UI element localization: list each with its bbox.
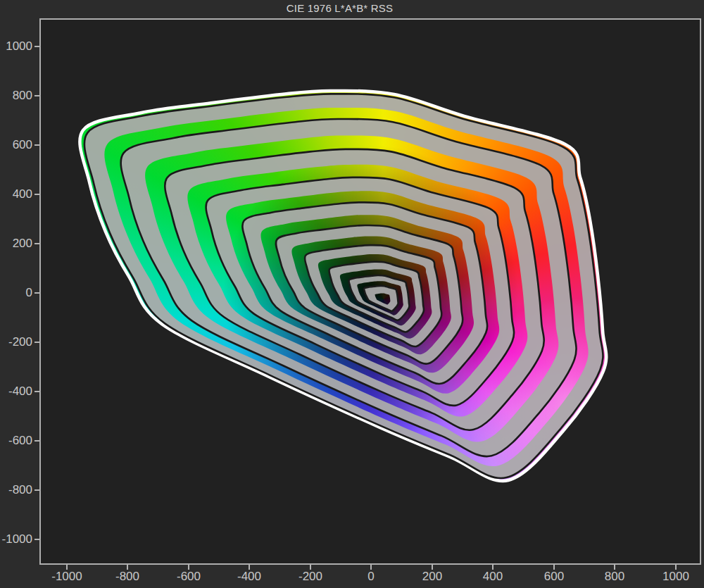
x-tick-mark (432, 565, 433, 570)
gamut-svg (41, 20, 700, 563)
x-tick-mark (492, 565, 494, 570)
y-tick-label: -600 (0, 434, 32, 448)
x-tick-label: 0 (339, 570, 403, 584)
y-tick-mark (34, 489, 39, 491)
x-tick-label: -1000 (35, 570, 99, 584)
x-tick-mark (310, 565, 311, 570)
y-tick-mark (34, 144, 39, 146)
y-tick-mark (34, 292, 39, 294)
x-tick-label: -600 (157, 570, 220, 584)
x-tick-mark (249, 565, 250, 570)
y-tick-label: -400 (0, 384, 32, 399)
x-tick-label: -800 (96, 570, 159, 584)
y-tick-mark (34, 539, 39, 540)
screen: CIE 1976 L*A*B* RSS -1000-800-600-400-20… (0, 0, 704, 588)
x-tick-mark (188, 565, 189, 570)
x-tick-mark (675, 565, 677, 570)
y-tick-mark (34, 194, 39, 195)
x-tick-mark (553, 565, 555, 570)
x-tick-label: -400 (218, 570, 281, 584)
y-tick-label: 200 (0, 237, 32, 251)
y-tick-mark (34, 243, 39, 244)
y-tick-label: 400 (0, 187, 32, 201)
x-tick-mark (370, 565, 372, 570)
y-tick-label: 800 (0, 89, 32, 103)
y-tick-mark (34, 391, 39, 392)
y-tick-label: -1000 (0, 532, 32, 546)
x-tick-label: 600 (522, 570, 586, 584)
y-tick-label: 600 (0, 138, 32, 152)
y-tick-label: -800 (0, 483, 32, 497)
x-tick-label: 1000 (644, 570, 704, 584)
y-tick-mark (34, 342, 39, 343)
x-tick-label: -200 (279, 570, 342, 584)
y-tick-mark (34, 440, 39, 442)
y-tick-mark (34, 46, 39, 47)
chart-title: CIE 1976 L*A*B* RSS (0, 2, 679, 14)
x-tick-mark (614, 565, 615, 570)
x-tick-mark (66, 565, 68, 570)
y-tick-label: -200 (0, 335, 32, 349)
y-tick-label: 1000 (0, 39, 32, 54)
x-tick-mark (127, 565, 128, 570)
x-tick-label: 200 (401, 570, 464, 584)
x-tick-label: 800 (583, 570, 646, 584)
y-tick-label: 0 (0, 286, 32, 300)
x-tick-label: 400 (461, 570, 524, 584)
y-tick-mark (34, 95, 39, 96)
plot-area (39, 18, 701, 565)
gamut-chart (41, 20, 700, 563)
